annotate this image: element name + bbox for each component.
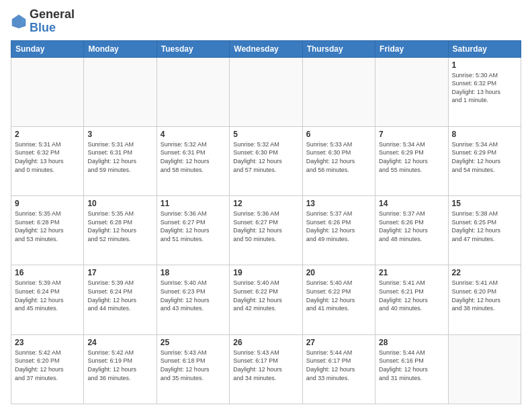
day-cell: 18Sunrise: 5:40 AM Sunset: 6:23 PM Dayli… bbox=[157, 265, 229, 334]
day-cell: 23Sunrise: 5:42 AM Sunset: 6:20 PM Dayli… bbox=[11, 334, 84, 404]
day-number: 16 bbox=[15, 268, 80, 277]
day-cell: 1Sunrise: 5:30 AM Sunset: 6:32 PM Daylig… bbox=[448, 57, 521, 126]
day-number: 4 bbox=[161, 130, 226, 139]
day-number: 14 bbox=[379, 199, 444, 208]
day-info: Sunrise: 5:36 AM Sunset: 6:27 PM Dayligh… bbox=[233, 210, 298, 243]
day-info: Sunrise: 5:37 AM Sunset: 6:26 PM Dayligh… bbox=[379, 210, 444, 243]
day-info: Sunrise: 5:31 AM Sunset: 6:32 PM Dayligh… bbox=[15, 140, 80, 174]
day-info: Sunrise: 5:30 AM Sunset: 6:32 PM Dayligh… bbox=[452, 71, 517, 105]
day-cell: 9Sunrise: 5:35 AM Sunset: 6:28 PM Daylig… bbox=[11, 196, 84, 265]
weekday-header-friday: Friday bbox=[375, 40, 448, 57]
day-cell: 17Sunrise: 5:39 AM Sunset: 6:24 PM Dayli… bbox=[84, 265, 157, 334]
day-number: 28 bbox=[379, 338, 444, 347]
day-cell bbox=[375, 57, 448, 126]
day-number: 9 bbox=[15, 199, 80, 208]
logo-icon bbox=[11, 13, 27, 30]
day-info: Sunrise: 5:40 AM Sunset: 6:22 PM Dayligh… bbox=[233, 279, 298, 312]
day-info: Sunrise: 5:34 AM Sunset: 6:29 PM Dayligh… bbox=[452, 140, 517, 174]
day-info: Sunrise: 5:44 AM Sunset: 6:17 PM Dayligh… bbox=[306, 349, 371, 382]
day-number: 12 bbox=[233, 199, 298, 208]
day-number: 3 bbox=[87, 130, 152, 139]
day-cell bbox=[157, 57, 229, 126]
day-info: Sunrise: 5:36 AM Sunset: 6:27 PM Dayligh… bbox=[161, 210, 226, 243]
week-row-1: 2Sunrise: 5:31 AM Sunset: 6:32 PM Daylig… bbox=[11, 126, 521, 195]
day-number: 15 bbox=[452, 199, 517, 208]
week-row-2: 9Sunrise: 5:35 AM Sunset: 6:28 PM Daylig… bbox=[11, 196, 521, 265]
day-info: Sunrise: 5:34 AM Sunset: 6:29 PM Dayligh… bbox=[379, 140, 444, 174]
day-cell bbox=[230, 57, 302, 126]
day-number: 5 bbox=[233, 130, 298, 139]
day-cell: 12Sunrise: 5:36 AM Sunset: 6:27 PM Dayli… bbox=[230, 196, 302, 265]
page: General Blue SundayMondayTuesdayWednesda… bbox=[0, 0, 532, 411]
day-info: Sunrise: 5:39 AM Sunset: 6:24 PM Dayligh… bbox=[87, 279, 152, 312]
day-number: 21 bbox=[379, 268, 444, 277]
day-cell: 7Sunrise: 5:34 AM Sunset: 6:29 PM Daylig… bbox=[375, 126, 448, 195]
day-info: Sunrise: 5:31 AM Sunset: 6:31 PM Dayligh… bbox=[87, 140, 152, 174]
week-row-0: 1Sunrise: 5:30 AM Sunset: 6:32 PM Daylig… bbox=[11, 57, 521, 126]
day-info: Sunrise: 5:37 AM Sunset: 6:26 PM Dayligh… bbox=[306, 210, 371, 243]
day-info: Sunrise: 5:44 AM Sunset: 6:16 PM Dayligh… bbox=[379, 349, 444, 382]
day-number: 24 bbox=[87, 338, 152, 347]
day-cell: 13Sunrise: 5:37 AM Sunset: 6:26 PM Dayli… bbox=[302, 196, 375, 265]
day-info: Sunrise: 5:41 AM Sunset: 6:20 PM Dayligh… bbox=[452, 279, 517, 312]
day-number: 18 bbox=[161, 268, 226, 277]
day-number: 26 bbox=[233, 338, 298, 347]
week-row-4: 23Sunrise: 5:42 AM Sunset: 6:20 PM Dayli… bbox=[11, 334, 521, 404]
day-info: Sunrise: 5:41 AM Sunset: 6:21 PM Dayligh… bbox=[379, 279, 444, 312]
day-cell: 26Sunrise: 5:43 AM Sunset: 6:17 PM Dayli… bbox=[230, 334, 302, 404]
day-cell: 14Sunrise: 5:37 AM Sunset: 6:26 PM Dayli… bbox=[375, 196, 448, 265]
day-info: Sunrise: 5:42 AM Sunset: 6:19 PM Dayligh… bbox=[87, 349, 152, 382]
day-cell bbox=[302, 57, 375, 126]
day-cell: 16Sunrise: 5:39 AM Sunset: 6:24 PM Dayli… bbox=[11, 265, 84, 334]
logo-general: General bbox=[30, 8, 75, 21]
day-number: 23 bbox=[15, 338, 80, 347]
day-info: Sunrise: 5:35 AM Sunset: 6:28 PM Dayligh… bbox=[15, 210, 80, 243]
day-number: 7 bbox=[379, 130, 444, 139]
day-number: 8 bbox=[452, 130, 517, 139]
day-number: 2 bbox=[15, 130, 80, 139]
day-cell: 5Sunrise: 5:32 AM Sunset: 6:30 PM Daylig… bbox=[230, 126, 302, 195]
day-cell: 24Sunrise: 5:42 AM Sunset: 6:19 PM Dayli… bbox=[84, 334, 157, 404]
day-cell: 19Sunrise: 5:40 AM Sunset: 6:22 PM Dayli… bbox=[230, 265, 302, 334]
day-info: Sunrise: 5:32 AM Sunset: 6:31 PM Dayligh… bbox=[161, 140, 226, 174]
day-cell: 6Sunrise: 5:33 AM Sunset: 6:30 PM Daylig… bbox=[302, 126, 375, 195]
day-info: Sunrise: 5:32 AM Sunset: 6:30 PM Dayligh… bbox=[233, 140, 298, 174]
day-number: 25 bbox=[161, 338, 226, 347]
day-cell: 25Sunrise: 5:43 AM Sunset: 6:18 PM Dayli… bbox=[157, 334, 229, 404]
day-cell: 21Sunrise: 5:41 AM Sunset: 6:21 PM Dayli… bbox=[375, 265, 448, 334]
day-number: 11 bbox=[161, 199, 226, 208]
day-info: Sunrise: 5:43 AM Sunset: 6:17 PM Dayligh… bbox=[233, 349, 298, 382]
logo-text: General Blue bbox=[30, 8, 75, 35]
day-info: Sunrise: 5:35 AM Sunset: 6:28 PM Dayligh… bbox=[87, 210, 152, 243]
day-number: 20 bbox=[306, 268, 371, 277]
weekday-header-saturday: Saturday bbox=[448, 40, 521, 57]
day-cell bbox=[84, 57, 157, 126]
day-cell: 28Sunrise: 5:44 AM Sunset: 6:16 PM Dayli… bbox=[375, 334, 448, 404]
day-number: 22 bbox=[452, 268, 517, 277]
weekday-header-tuesday: Tuesday bbox=[157, 40, 229, 57]
day-cell: 27Sunrise: 5:44 AM Sunset: 6:17 PM Dayli… bbox=[302, 334, 375, 404]
logo-blue: Blue bbox=[30, 21, 75, 35]
logo: General Blue bbox=[11, 8, 75, 35]
day-cell bbox=[11, 57, 84, 126]
day-number: 1 bbox=[452, 60, 517, 70]
day-info: Sunrise: 5:39 AM Sunset: 6:24 PM Dayligh… bbox=[15, 279, 80, 312]
day-number: 10 bbox=[87, 199, 152, 208]
weekday-header-monday: Monday bbox=[84, 40, 157, 57]
day-info: Sunrise: 5:33 AM Sunset: 6:30 PM Dayligh… bbox=[306, 140, 371, 174]
day-cell: 10Sunrise: 5:35 AM Sunset: 6:28 PM Dayli… bbox=[84, 196, 157, 265]
day-cell: 2Sunrise: 5:31 AM Sunset: 6:32 PM Daylig… bbox=[11, 126, 84, 195]
day-number: 27 bbox=[306, 338, 371, 347]
day-cell: 4Sunrise: 5:32 AM Sunset: 6:31 PM Daylig… bbox=[157, 126, 229, 195]
day-info: Sunrise: 5:42 AM Sunset: 6:20 PM Dayligh… bbox=[15, 349, 80, 382]
weekday-header-sunday: Sunday bbox=[11, 40, 84, 57]
day-cell bbox=[448, 334, 521, 404]
weekday-header-row: SundayMondayTuesdayWednesdayThursdayFrid… bbox=[11, 40, 521, 57]
weekday-header-wednesday: Wednesday bbox=[230, 40, 302, 57]
header: General Blue bbox=[11, 8, 521, 35]
calendar: SundayMondayTuesdayWednesdayThursdayFrid… bbox=[11, 40, 521, 404]
day-cell: 20Sunrise: 5:40 AM Sunset: 6:22 PM Dayli… bbox=[302, 265, 375, 334]
week-row-3: 16Sunrise: 5:39 AM Sunset: 6:24 PM Dayli… bbox=[11, 265, 521, 334]
day-info: Sunrise: 5:38 AM Sunset: 6:25 PM Dayligh… bbox=[452, 210, 517, 243]
day-info: Sunrise: 5:40 AM Sunset: 6:23 PM Dayligh… bbox=[161, 279, 226, 312]
